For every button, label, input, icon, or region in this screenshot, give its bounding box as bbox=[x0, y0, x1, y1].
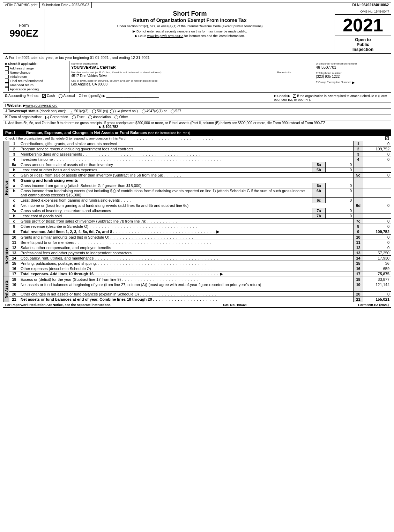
section-l-row: L Add lines 5b, 6c, and 7b to line 9 to … bbox=[3, 120, 391, 130]
part1-label: Part I bbox=[5, 130, 26, 135]
check-initial-return: Initial return bbox=[5, 75, 67, 78]
row-6a-desc: Gross income from gaming (attach Schedul… bbox=[19, 183, 312, 188]
row-5c-num: c bbox=[9, 173, 19, 178]
footer-row: For Paperwork Reduction Act Notice, see … bbox=[3, 302, 391, 308]
row-6b-empty-amount bbox=[363, 188, 391, 197]
accrual-radio[interactable] bbox=[59, 94, 62, 98]
city-block: City or town, state or province, country… bbox=[71, 79, 312, 86]
row-21-num: 21 bbox=[9, 297, 19, 302]
row-16-desc: Other expenses (describe in Schedule O) … bbox=[19, 266, 353, 271]
row-7c-amount: 0 bbox=[363, 219, 391, 224]
row-14: 14 Occupancy, rent, utilities, and maint… bbox=[9, 256, 391, 261]
row-7a-num: 7a bbox=[9, 208, 19, 213]
row-9-ref: 9 bbox=[353, 229, 363, 234]
cash-checkbox[interactable] bbox=[42, 94, 46, 98]
schedule-o-text: Check if the organization used Schedule … bbox=[5, 136, 217, 140]
name-change-checkbox[interactable] bbox=[5, 70, 9, 74]
city-label: City or town, state or province, country… bbox=[71, 79, 312, 82]
section-g: G Accounting Method: Cash Accrual Other … bbox=[3, 93, 272, 103]
row-14-num: 14 bbox=[9, 256, 19, 261]
501c3-checkbox[interactable] bbox=[70, 110, 73, 113]
row-17-amount: 75,875 bbox=[363, 271, 391, 277]
4947a1-radio[interactable] bbox=[142, 110, 146, 113]
row-18-ref: 18 bbox=[353, 277, 363, 282]
row-20: 20 Other changes in net assets or fund b… bbox=[9, 292, 391, 297]
section-bcd: B Check if applicable: Address change Na… bbox=[3, 61, 391, 93]
row-3-ref: 3 bbox=[353, 152, 363, 157]
address-change-checkbox[interactable] bbox=[5, 66, 9, 70]
application-pending-checkbox[interactable] bbox=[5, 87, 9, 91]
trust-radio[interactable] bbox=[72, 115, 76, 119]
row-12-amount: 0 bbox=[363, 245, 391, 250]
501c-label: 501(c)( bbox=[97, 109, 108, 113]
row-6c-ref: 6c bbox=[312, 198, 325, 203]
row-5b-empty-ref bbox=[353, 167, 363, 172]
row-12: 12 Salaries, other compensation, and emp… bbox=[9, 245, 391, 250]
row-21-ref: 21 bbox=[353, 297, 363, 302]
row-12-num: 12 bbox=[9, 245, 19, 250]
row-7b: b Less: cost of goods sold . . . . . . .… bbox=[9, 213, 391, 219]
insert-no-radio[interactable] bbox=[110, 110, 114, 113]
instruction2: ▶ Go to www.irs.gov/Form990EZ for instru… bbox=[48, 34, 332, 38]
4947a1-label: 4947(a)(1) or bbox=[146, 109, 166, 113]
form-title-main: Return of Organization Exempt From Incom… bbox=[48, 17, 332, 23]
final-return-checkbox[interactable] bbox=[5, 79, 9, 83]
revenue-section: Revenue 1 Contributions, gifts, grants, … bbox=[3, 141, 391, 235]
row-5b: b Less: cost or other basis and sales ex… bbox=[9, 167, 391, 173]
row-5a-ref: 5a bbox=[312, 162, 325, 167]
row-19-desc: Net assets or fund balances at beginning… bbox=[19, 282, 353, 291]
group-exemption-label: F Group Exemption Number bbox=[316, 81, 351, 84]
check-address-change: Address change bbox=[5, 66, 67, 70]
row-10: 10 Grants and similar amounts paid (list… bbox=[9, 235, 391, 240]
corporation-checkbox[interactable] bbox=[45, 116, 49, 119]
other-org-radio[interactable] bbox=[114, 115, 118, 119]
row-21: 21 Net assets or fund balances at end of… bbox=[9, 297, 391, 302]
expenses-side-label: Expenses bbox=[3, 235, 9, 277]
other-org-label: Other bbox=[119, 115, 128, 119]
phone-value: (323) 935-1222 bbox=[316, 75, 389, 78]
org-name-label: Name of organization bbox=[71, 62, 312, 65]
top-bar: eFile GRAPHIC print Submission Date - 20… bbox=[3, 2, 391, 8]
row-6c: c Less: direct expenses from gaming and … bbox=[9, 198, 391, 203]
row-21-amount: 155,021 bbox=[363, 297, 391, 302]
row-5b-empty-amount bbox=[363, 167, 391, 172]
row-14-desc: Occupancy, rent, utilities, and maintena… bbox=[19, 256, 353, 261]
row-5a-empty-ref bbox=[353, 162, 363, 167]
net-assets-side-label: Net Assets bbox=[3, 277, 9, 302]
group-exemption-value: ▶ bbox=[352, 81, 355, 84]
501c-radio[interactable] bbox=[92, 110, 96, 113]
org-name: YOUNIVERSAL CENTER bbox=[71, 65, 312, 69]
row-9-num: 9 bbox=[9, 229, 19, 234]
row-13-desc: Professional fees and other payments to … bbox=[19, 250, 353, 255]
check-name-change: Name change bbox=[5, 70, 67, 74]
row-10-ref: 10 bbox=[353, 235, 363, 240]
row-6a-empty-ref bbox=[353, 183, 363, 188]
expenses-section: Expenses 10 Grants and similar amounts p… bbox=[3, 235, 391, 277]
tax-year: 2021 bbox=[335, 15, 391, 36]
row-1-amount: 0 bbox=[363, 141, 391, 146]
row-16: 16 Other expenses (describe in Schedule … bbox=[9, 266, 391, 271]
row-7c-desc: Gross profit or (loss) from sales of inv… bbox=[19, 219, 353, 224]
row-7b-ref: 7b bbox=[312, 213, 325, 218]
527-radio[interactable] bbox=[171, 110, 174, 113]
row-19-amount: 121,144 bbox=[363, 282, 391, 291]
section-d: D Employer identification number 46-5507… bbox=[314, 61, 391, 92]
website-url[interactable]: www.youniversal.org bbox=[25, 104, 58, 107]
schedule-b-checkbox[interactable] bbox=[293, 94, 296, 98]
net-assets-section: Net Assets 18 Excess or (deficit) for th… bbox=[3, 277, 391, 302]
row-4-amount: 0 bbox=[363, 157, 391, 162]
amended-return-checkbox[interactable] bbox=[5, 83, 9, 87]
section-c: Name of organization YOUNIVERSAL CENTER … bbox=[69, 61, 314, 92]
row-6a-ref: 6a bbox=[312, 183, 325, 188]
row-15: 15 Printing, publications, postage, and … bbox=[9, 261, 391, 266]
row-8-ref: 8 bbox=[353, 224, 363, 229]
row-15-num: 15 bbox=[9, 261, 19, 266]
schedule-o-checkbox[interactable] bbox=[385, 136, 389, 140]
row-5c-desc: Gain or (loss) from sale of assets other… bbox=[19, 173, 353, 178]
initial-return-checkbox[interactable] bbox=[5, 75, 9, 78]
row-4-ref: 4 bbox=[353, 157, 363, 162]
row-6a-num: a bbox=[9, 183, 19, 188]
row-6a-sub-amount: 0 bbox=[325, 183, 353, 188]
association-radio[interactable] bbox=[88, 115, 92, 119]
section-gh: G Accounting Method: Cash Accrual Other … bbox=[3, 93, 391, 103]
